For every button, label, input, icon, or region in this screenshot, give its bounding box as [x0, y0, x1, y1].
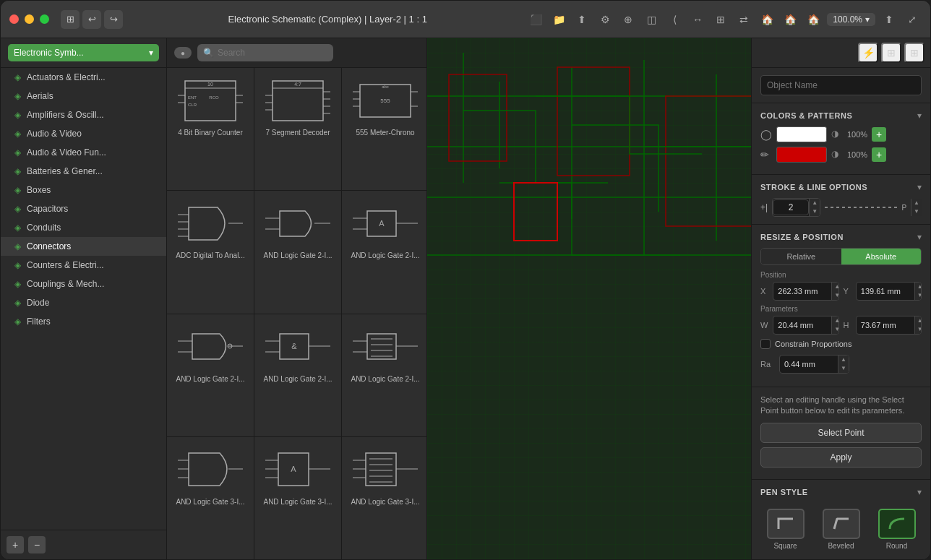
minimize-button[interactable]	[25, 14, 34, 24]
y-position-input[interactable]	[857, 284, 914, 298]
ra-down[interactable]: ▼	[838, 364, 849, 373]
search-input[interactable]	[197, 44, 333, 61]
sidebar-item-aerials[interactable]: ◈ Aerials	[1, 87, 166, 105]
toolbar-icon-2[interactable]: 📁	[549, 10, 568, 29]
relative-button[interactable]: Relative	[761, 249, 841, 264]
schematic-canvas	[427, 38, 751, 559]
sidebar-item-boxes[interactable]: ◈ Boxes	[1, 181, 166, 199]
toolbar-icon-12[interactable]: 🏠	[781, 10, 799, 29]
sidebar-item-couplings[interactable]: ◈ Couplings & Mech...	[1, 275, 166, 293]
sidebar-item-actuators[interactable]: ◈ Actuators & Electri...	[1, 68, 166, 87]
list-item[interactable]: & AND Logic Gate 2-I...	[254, 314, 341, 436]
sidebar-item-batteries[interactable]: ◈ Batteries & Gener...	[1, 162, 166, 181]
dash-up[interactable]: ▲	[911, 199, 922, 207]
x-position-input[interactable]	[773, 284, 831, 298]
y-down[interactable]: ▼	[915, 291, 922, 300]
toolbar-icon-10[interactable]: ⇄	[734, 10, 753, 29]
ra-up[interactable]: ▲	[838, 356, 849, 364]
fill-add-button[interactable]: +	[872, 127, 886, 142]
list-item[interactable]: 4:7 7 Segment Decoder	[254, 68, 341, 190]
sidebar-item-amplifiers[interactable]: ◈ Amplifiers & Oscill...	[1, 105, 166, 124]
sidebar-item-filters[interactable]: ◈ Filters	[1, 312, 166, 331]
list-item[interactable]: 10 ENT RCO CLR 4 Bit Binary Counter	[167, 68, 254, 190]
list-item[interactable]: AND Logic Gate 2-I...	[254, 191, 341, 313]
sidebar-item-audio-video[interactable]: ◈ Audio & Video	[1, 124, 166, 143]
list-item[interactable]: AND Logic Gate 3-I...	[167, 437, 254, 559]
stroke-weight-down[interactable]: ▼	[810, 207, 820, 216]
sidebar-item-capacitors[interactable]: ◈ Capacitors	[1, 199, 166, 218]
dash-down[interactable]: ▼	[911, 207, 922, 216]
toolbar-icon-7[interactable]: ⟨	[665, 10, 684, 29]
toolbar-icon-6[interactable]: ◫	[642, 10, 661, 29]
h-down[interactable]: ▼	[915, 325, 922, 334]
stroke-add-button[interactable]: +	[872, 147, 886, 162]
toolbar-icon-3[interactable]: ⬆	[572, 10, 591, 29]
add-item-button[interactable]: +	[7, 536, 24, 553]
toolbar-icon-11[interactable]: 🏠	[758, 10, 776, 29]
toolbar-icon-4[interactable]: ⚙	[596, 10, 614, 29]
dash-preview	[825, 207, 897, 208]
layers-icon-button[interactable]: ⊞	[881, 43, 901, 63]
constrain-checkbox[interactable]	[760, 339, 771, 349]
w-input[interactable]	[773, 318, 831, 332]
undo-button[interactable]: ↩	[82, 10, 101, 29]
remove-item-button[interactable]: −	[28, 536, 46, 553]
pen-style-square[interactable]: Square	[767, 509, 805, 550]
stroke-weight-input[interactable]	[773, 199, 809, 215]
sidebar-item-label: Audio & Video	[27, 129, 82, 139]
fullscreen-icon-button[interactable]: ⤢	[903, 10, 922, 29]
list-item[interactable]: ADC Digital To Anal...	[167, 191, 254, 313]
select-point-button[interactable]: Select Point	[760, 423, 922, 443]
toolbar-icon-13[interactable]: 🏠	[804, 10, 823, 29]
list-item[interactable]: 555 abc 555 Meter-Chrono	[342, 68, 426, 190]
sidebar-item-connectors[interactable]: ◈ Connectors	[1, 237, 166, 256]
fullscreen-button[interactable]	[40, 14, 49, 24]
y-up[interactable]: ▲	[915, 283, 922, 291]
canvas-area[interactable]	[427, 38, 751, 559]
grid-icon-button[interactable]: ⊞	[904, 43, 924, 63]
sidebar-item-diode[interactable]: ◈ Diode	[1, 293, 166, 312]
toolbar-icon-8[interactable]: ↔	[688, 10, 707, 29]
absolute-button[interactable]: Absolute	[841, 249, 922, 264]
w-down[interactable]: ▼	[832, 325, 838, 334]
pen-style-beveled[interactable]: Beveled	[823, 509, 860, 550]
x-stepper: ▲ ▼	[831, 283, 838, 300]
close-button[interactable]	[9, 14, 19, 24]
list-item[interactable]: A AND Logic Gate 3-I...	[254, 437, 341, 559]
list-item[interactable]: AND Logic Gate 3-I...	[342, 437, 426, 559]
library-dropdown[interactable]: Electronic Symb... ▾	[8, 44, 159, 61]
colors-collapse-button[interactable]: ▾	[917, 111, 922, 121]
apply-button[interactable]: Apply	[760, 447, 922, 468]
stroke-weight-up[interactable]: ▲	[810, 199, 820, 207]
x-down[interactable]: ▼	[832, 291, 838, 300]
list-item[interactable]: AND Logic Gate 2-I...	[342, 314, 426, 436]
w-up[interactable]: ▲	[832, 316, 838, 325]
ra-input[interactable]	[780, 357, 838, 371]
zoom-control[interactable]: 100.0% ▾	[827, 13, 875, 26]
select-point-info: Select an editing handle using the Selec…	[760, 395, 922, 417]
redo-button[interactable]: ↪	[104, 10, 123, 29]
toolbar-icon-9[interactable]: ⊞	[711, 10, 730, 29]
fill-color-swatch[interactable]	[776, 126, 827, 142]
dash-stepper: ▲ ▼	[911, 199, 922, 216]
share-button[interactable]: ⬆	[880, 10, 898, 29]
resize-collapse-button[interactable]: ▾	[917, 232, 922, 242]
sidebar-item-audio-video-fun[interactable]: ◈ Audio & Video Fun...	[1, 143, 166, 162]
filter-icon-button[interactable]: ⚡	[858, 43, 878, 63]
list-item[interactable]: A AND Logic Gate 2-I...	[342, 191, 426, 313]
list-item[interactable]: AND Logic Gate 2-I...	[167, 314, 254, 436]
object-name-input[interactable]	[760, 75, 922, 95]
sidebar-item-conduits[interactable]: ◈ Conduits	[1, 218, 166, 237]
h-input[interactable]	[857, 318, 914, 332]
h-up[interactable]: ▲	[915, 316, 922, 325]
symbol-label: 4 Bit Binary Counter	[178, 129, 243, 137]
pen-style-round[interactable]: Round	[878, 509, 916, 550]
stroke-collapse-button[interactable]: ▾	[917, 182, 922, 192]
sidebar-toggle-button[interactable]: ⊞	[61, 10, 80, 29]
toolbar-icon-5[interactable]: ⊕	[619, 10, 638, 29]
toolbar-icon-1[interactable]: ⬛	[526, 10, 545, 29]
stroke-color-swatch[interactable]	[776, 147, 827, 163]
x-up[interactable]: ▲	[832, 283, 838, 291]
sidebar-item-counters[interactable]: ◈ Counters & Electri...	[1, 256, 166, 275]
pen-style-collapse-button[interactable]: ▾	[917, 487, 922, 497]
